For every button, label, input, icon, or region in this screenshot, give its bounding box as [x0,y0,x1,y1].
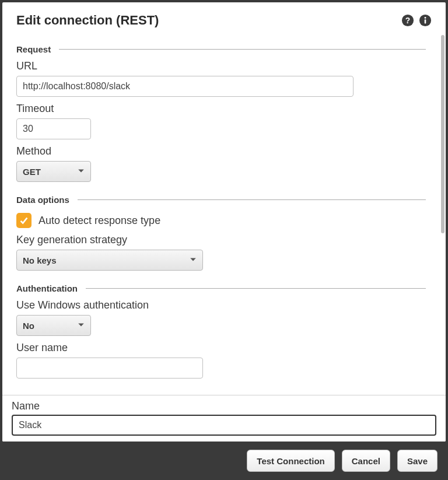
section-data-options: Data options [16,195,426,205]
dialog-title: Edit connection (REST) [16,13,159,28]
divider [78,199,426,200]
autodetect-label: Auto detect response type [38,215,160,227]
username-input[interactable] [16,358,203,379]
autodetect-checkbox[interactable] [16,213,32,228]
keygen-select[interactable]: No keys [16,250,203,271]
section-authentication-title: Authentication [16,283,78,293]
scroll-area: Request URL Timeout Method GET Data opti… [2,31,446,395]
name-label: Name [12,400,436,412]
keygen-value: No keys [23,255,57,265]
help-icon[interactable]: ? [401,14,414,27]
cancel-button[interactable]: Cancel [342,450,390,472]
svg-rect-4 [425,19,426,23]
dialog: Edit connection (REST) ? Request URL Tim… [2,2,446,442]
section-request: Request [16,44,426,54]
url-input[interactable] [16,76,354,97]
name-panel: Name [2,395,446,442]
method-label: Method [16,145,426,157]
url-label: URL [16,60,426,72]
chevron-down-icon [78,320,85,331]
header-icons: ? [401,14,432,27]
section-request-title: Request [16,44,51,54]
dialog-header: Edit connection (REST) ? [2,2,446,31]
method-value: GET [23,167,41,177]
dialog-footer: Test Connection Cancel Save [2,442,446,480]
winauth-label: Use Windows authentication [16,299,426,311]
window-frame: Edit connection (REST) ? Request URL Tim… [0,0,448,480]
scrollbar-thumb[interactable] [441,35,444,233]
divider [59,49,426,50]
autodetect-row: Auto detect response type [16,213,426,228]
section-authentication: Authentication [16,283,426,293]
chevron-down-icon [78,166,85,177]
username-label: User name [16,342,426,354]
svg-text:?: ? [405,16,410,25]
name-input[interactable] [12,415,436,436]
chevron-down-icon [190,255,197,265]
timeout-label: Timeout [16,103,426,115]
form-content: Request URL Timeout Method GET Data opti… [2,31,440,383]
test-connection-button[interactable]: Test Connection [247,450,334,472]
svg-point-3 [425,17,426,19]
winauth-value: No [23,321,34,331]
info-icon[interactable] [419,14,432,27]
timeout-input[interactable] [16,118,91,139]
save-button[interactable]: Save [397,450,438,472]
winauth-select[interactable]: No [16,315,91,336]
divider [86,288,426,289]
keygen-label: Key generation strategy [16,234,426,246]
method-select[interactable]: GET [16,161,91,182]
section-data-options-title: Data options [16,195,69,205]
